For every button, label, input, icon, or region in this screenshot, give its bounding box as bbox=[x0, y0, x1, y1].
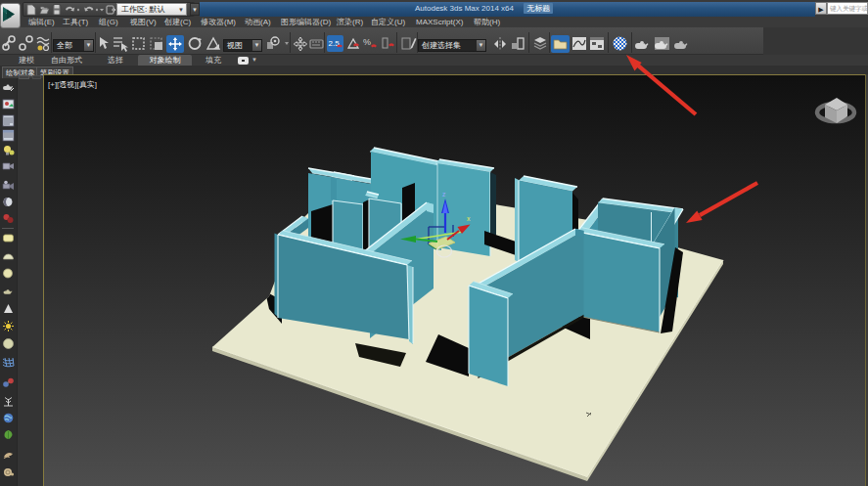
svg-text:z: z bbox=[442, 191, 446, 198]
svg-text:%: % bbox=[363, 37, 371, 47]
svg-text:[+][透视][真实]: [+][透视][真实] bbox=[48, 80, 97, 89]
svg-text:x: x bbox=[467, 215, 471, 222]
